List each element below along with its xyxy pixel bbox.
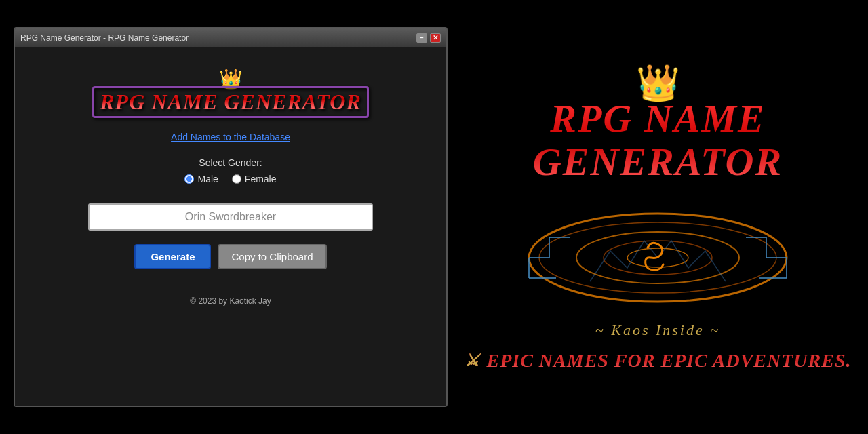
gender-label: Select Gender: bbox=[184, 157, 276, 168]
window-controls: − ✕ bbox=[416, 33, 441, 43]
copy-clipboard-button[interactable]: Copy to Clipboard bbox=[218, 244, 326, 269]
big-logo-text: RPG Name Generator bbox=[461, 97, 854, 184]
logo-text: RPG Name Generator bbox=[92, 86, 369, 118]
radio-group: Male Female bbox=[184, 174, 276, 184]
generate-button[interactable]: Generate bbox=[134, 244, 211, 269]
copyright: © 2023 by Kaotick Jay bbox=[190, 296, 271, 306]
kaos-container bbox=[515, 203, 800, 312]
tagline-text: Epic Names for Epic Adventures. bbox=[487, 350, 852, 372]
female-label: Female bbox=[245, 174, 277, 184]
window-title: RPG Name Generator - RPG Name Generator bbox=[20, 33, 189, 43]
gender-section: Select Gender: Male Female bbox=[184, 157, 276, 184]
kaos-text-group: ~ Kaos Inside ~ bbox=[595, 319, 720, 339]
sword-left-icon: ⚔ bbox=[465, 351, 480, 370]
app-logo: 👑 RPG Name Generator bbox=[92, 68, 369, 118]
kaos-svg bbox=[515, 203, 800, 312]
epic-tagline: ⚔ Epic Names for Epic Adventures. bbox=[465, 350, 852, 372]
add-names-link[interactable]: Add Names to the Database bbox=[171, 132, 290, 142]
kaos-title: ~ Kaos Inside ~ bbox=[595, 321, 720, 339]
big-logo-container: 👑 RPG Name Generator bbox=[461, 62, 854, 184]
male-label: Male bbox=[197, 174, 218, 184]
right-panel: 👑 RPG Name Generator bbox=[448, 0, 868, 434]
female-option[interactable]: Female bbox=[232, 174, 277, 184]
app-window: RPG Name Generator - RPG Name Generator … bbox=[14, 27, 448, 407]
title-bar: RPG Name Generator - RPG Name Generator … bbox=[15, 28, 446, 47]
male-option[interactable]: Male bbox=[184, 174, 218, 184]
close-button[interactable]: ✕ bbox=[430, 33, 441, 43]
female-radio[interactable] bbox=[232, 174, 241, 184]
window-body: 👑 RPG Name Generator Add Names to the Da… bbox=[15, 47, 446, 406]
name-output: Orin Swordbreaker bbox=[88, 203, 373, 231]
minimize-button[interactable]: − bbox=[416, 33, 427, 43]
buttons-row: Generate Copy to Clipboard bbox=[134, 244, 326, 269]
male-radio[interactable] bbox=[184, 174, 194, 184]
